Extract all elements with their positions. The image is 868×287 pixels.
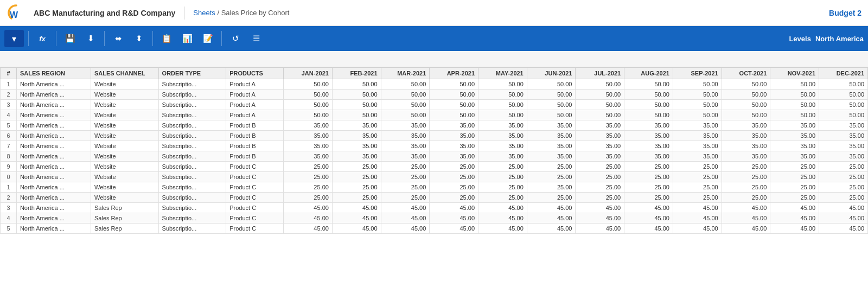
cell-text: North America ... xyxy=(16,172,91,182)
cell-text: Website xyxy=(91,151,158,162)
sub-header xyxy=(0,51,868,67)
refresh-button[interactable]: ↺ xyxy=(226,30,245,47)
save-button[interactable]: 💾 xyxy=(61,30,79,47)
cell-data: 45.00 xyxy=(576,203,624,213)
cell-row-num: 2 xyxy=(1,193,17,203)
cell-data: 35.00 xyxy=(284,141,333,151)
toolbar-divider-3 xyxy=(104,31,105,46)
cell-row-num: 2 xyxy=(1,90,17,100)
download-button[interactable]: ⬇ xyxy=(81,30,100,47)
cell-row-num: 1 xyxy=(1,79,17,90)
cell-data: 50.00 xyxy=(576,90,624,100)
cell-row-num: 3 xyxy=(1,203,17,213)
chart-button[interactable]: 📊 xyxy=(178,30,196,47)
cell-text: North America ... xyxy=(16,100,91,110)
cell-data: 25.00 xyxy=(722,172,770,182)
expand-rows-button[interactable]: ⬍ xyxy=(130,30,148,47)
edit-icon: 📝 xyxy=(203,34,213,43)
table-row[interactable]: 4North America ...WebsiteSubscriptio...P… xyxy=(1,110,868,120)
cell-data: 35.00 xyxy=(527,131,576,141)
cell-data: 35.00 xyxy=(478,151,527,162)
copy-button[interactable]: 📋 xyxy=(157,30,176,47)
cell-text: Product B xyxy=(226,141,284,151)
table-row[interactable]: 0North America ...WebsiteSubscriptio...P… xyxy=(1,172,868,182)
table-row[interactable]: 4North America ...Sales RepSubscriptio..… xyxy=(1,213,868,224)
cell-data: 45.00 xyxy=(284,224,333,234)
cell-data: 25.00 xyxy=(624,162,673,172)
cell-text: Product C xyxy=(226,203,284,213)
table-row[interactable]: 1North America ...WebsiteSubscriptio...P… xyxy=(1,79,868,90)
dropdown-button[interactable]: ▾ xyxy=(4,30,24,47)
cell-text: Website xyxy=(91,79,158,90)
cell-data: 25.00 xyxy=(673,162,722,172)
cell-data: 25.00 xyxy=(624,193,673,203)
cell-data: 50.00 xyxy=(332,90,381,100)
cell-row-num: 7 xyxy=(1,141,17,151)
cell-data: 25.00 xyxy=(284,182,333,193)
cell-text: Sales Rep xyxy=(91,213,158,224)
cell-row-num: 5 xyxy=(1,224,17,234)
cell-data: 45.00 xyxy=(332,203,381,213)
cell-text: Subscriptio... xyxy=(158,182,226,193)
cell-data: 50.00 xyxy=(332,100,381,110)
cell-data: 25.00 xyxy=(527,162,576,172)
formula-button[interactable]: fx xyxy=(33,30,52,47)
cell-text: Product A xyxy=(226,79,284,90)
table-row[interactable]: 5North America ...Sales RepSubscriptio..… xyxy=(1,224,868,234)
cell-data: 35.00 xyxy=(332,131,381,141)
toolbar-divider-1 xyxy=(28,31,29,46)
cell-text: Subscriptio... xyxy=(158,203,226,213)
cell-data: 50.00 xyxy=(284,90,333,100)
cell-data: 45.00 xyxy=(624,213,673,224)
table-wrapper[interactable]: # SALES REGION SALES CHANNEL ORDER TYPE … xyxy=(0,67,868,287)
cell-data: 45.00 xyxy=(527,224,576,234)
cell-text: North America ... xyxy=(16,120,91,131)
table-row[interactable]: 7North America ...WebsiteSubscriptio...P… xyxy=(1,141,868,151)
col-header-order: ORDER TYPE xyxy=(158,68,226,79)
table-row[interactable]: 6North America ...WebsiteSubscriptio...P… xyxy=(1,131,868,141)
cell-data: 35.00 xyxy=(284,131,333,141)
expand-cols-button[interactable]: ⬌ xyxy=(109,30,127,47)
table-row[interactable]: 2North America ...WebsiteSubscriptio...P… xyxy=(1,90,868,100)
cell-data: 35.00 xyxy=(673,120,722,131)
table-row[interactable]: 3North America ...WebsiteSubscriptio...P… xyxy=(1,100,868,110)
cell-data: 35.00 xyxy=(332,151,381,162)
table-row[interactable]: 1North America ...WebsiteSubscriptio...P… xyxy=(1,182,868,193)
cell-text: Product C xyxy=(226,224,284,234)
cell-row-num: 0 xyxy=(1,172,17,182)
cell-data: 50.00 xyxy=(381,110,430,120)
cell-text: Subscriptio... xyxy=(158,110,226,120)
table-row[interactable]: 5North America ...WebsiteSubscriptio...P… xyxy=(1,120,868,131)
cell-data: 45.00 xyxy=(430,203,478,213)
table-row[interactable]: 9North America ...WebsiteSubscriptio...P… xyxy=(1,162,868,172)
cell-data: 35.00 xyxy=(576,151,624,162)
cell-data: 25.00 xyxy=(770,193,819,203)
edit-button[interactable]: 📝 xyxy=(199,30,217,47)
table-row[interactable]: 2North America ...WebsiteSubscriptio...P… xyxy=(1,193,868,203)
cell-data: 25.00 xyxy=(430,182,478,193)
col-header-dec2021: DEC-2021 xyxy=(819,68,868,79)
chart-icon: 📊 xyxy=(182,34,193,43)
cell-text: Website xyxy=(91,90,158,100)
cell-data: 25.00 xyxy=(332,182,381,193)
cell-data: 50.00 xyxy=(673,110,722,120)
cell-data: 35.00 xyxy=(430,120,478,131)
sheets-link[interactable]: Sheets xyxy=(193,9,215,17)
toolbar-right: Levels North America xyxy=(789,35,864,43)
formula-icon: fx xyxy=(39,35,46,43)
cell-data: 50.00 xyxy=(624,100,673,110)
table-header: # SALES REGION SALES CHANNEL ORDER TYPE … xyxy=(1,68,868,79)
cell-data: 50.00 xyxy=(673,79,722,90)
save-icon: 💾 xyxy=(65,34,75,43)
breadcrumb-separator: / xyxy=(215,9,221,17)
cell-data: 50.00 xyxy=(722,90,770,100)
cell-text: Subscriptio... xyxy=(158,213,226,224)
cell-data: 25.00 xyxy=(576,193,624,203)
app-title: ABC Manufacturing and R&D Company xyxy=(34,9,175,17)
download-icon: ⬇ xyxy=(87,34,94,43)
table-row[interactable]: 8North America ...WebsiteSubscriptio...P… xyxy=(1,151,868,162)
refresh-icon: ↺ xyxy=(232,34,239,43)
cell-data: 25.00 xyxy=(770,172,819,182)
filter-button[interactable]: ☰ xyxy=(247,30,265,47)
table-row[interactable]: 3North America ...Sales RepSubscriptio..… xyxy=(1,203,868,213)
